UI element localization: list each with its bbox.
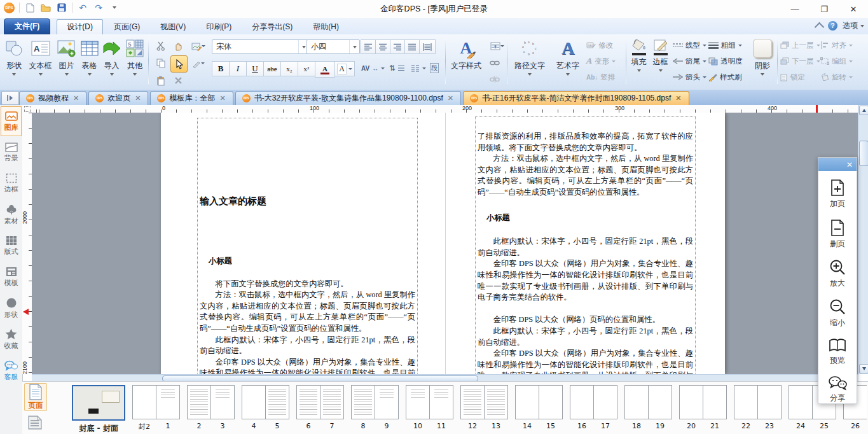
char-spacing-button[interactable]: AV ↔ [361,61,385,75]
underline-button[interactable]: U [246,61,264,76]
thickness-button[interactable]: 粗细 [708,38,742,52]
design-canvas[interactable]: 输入文章的标题 小标题 将下面文字替换成您的文章内容即可。方法：双击鼠标，选中框… [32,113,858,374]
doc-tab-welcome[interactable]: DPS 欢迎页 ✕ [88,91,148,105]
delete-page-button[interactable]: 删页 [829,219,846,249]
page-thumbnail[interactable]: 13 [484,385,508,430]
tab-close-icon[interactable]: ✕ [134,94,141,102]
page-thumbnail[interactable]: 2 [187,385,211,430]
style-brush-button[interactable]: 样式刷 [708,70,742,84]
group-objects-button[interactable]: 编组 [820,54,853,68]
page-thumbnail[interactable]: 10 [406,385,430,430]
arrow-head-button[interactable]: 箭头 [673,70,706,84]
shapes-button[interactable]: 形状 [3,36,25,87]
strikethrough-button[interactable]: abe [263,61,281,76]
align-objects-button[interactable]: 对齐 [820,38,853,52]
tab-close-icon[interactable]: ✕ [219,94,226,102]
page-thumbnail[interactable]: 15 [539,385,563,430]
page-view-button[interactable]: 页面 [24,383,47,411]
font-size-select[interactable]: 小四 [307,39,360,54]
vertical-scroll-thumb[interactable] [859,141,868,166]
page-thumbnail[interactable]: 17 [593,385,617,430]
collapse-ribbon-icon[interactable] [815,22,825,32]
vertical-scrollbar[interactable] [858,105,868,374]
text-wrap-button[interactable] [486,38,508,54]
copy-button[interactable] [153,55,169,71]
font-family-select[interactable]: 宋体 [212,39,309,54]
superscript-button[interactable]: x² [298,61,315,76]
menu-page[interactable]: 页面(G) [104,20,149,34]
sidebar-item-material[interactable]: 素材 [1,200,22,230]
page-thumbnail[interactable]: 封2 [132,385,156,431]
help-icon[interactable]: ? [828,21,837,31]
doc-tab-template-library[interactable]: DPS 模板库：全部 ✕ [150,91,233,105]
page-thumbnail[interactable]: 14 [515,385,539,430]
table-button[interactable]: 表格 [78,36,100,87]
preview-button[interactable]: 预览 [829,338,846,366]
menu-view[interactable]: 视图(V) [151,20,195,34]
picture-tool-button[interactable] [188,38,209,54]
left-page-text-frame[interactable]: 输入文章的标题 小标题 将下面文字替换成您的文章内容即可。方法：双击鼠标，选中框… [197,118,418,374]
page-thumbnail[interactable]: 23 [757,385,782,430]
page-thumbnail[interactable]: 20 [679,385,703,430]
pen-tool-button[interactable] [188,55,209,71]
page-thumbnail[interactable]: 封底 - 封面 [72,385,125,434]
page-thumbnail[interactable]: 18 [624,385,649,430]
layer-up-button[interactable]: 上一层 [780,38,820,52]
align-left-button[interactable] [361,39,376,54]
vertical-text-button[interactable]: Ab↓ 竖排 [586,70,615,84]
import-button[interactable]: 导入 [100,36,123,87]
line-spacing-button[interactable]: ⇅ [389,61,404,75]
hand-pan-button[interactable] [170,38,186,54]
rotate-button[interactable]: 旋转 [820,70,853,84]
tab-close-icon[interactable]: ✕ [72,94,79,102]
outline-view-button[interactable] [24,415,46,430]
sidebar-item-layout[interactable]: 版式 [1,231,22,261]
picture-button[interactable]: 图片 [55,36,78,87]
menu-share-export[interactable]: 分享导出(S) [242,20,302,34]
doc-tab-video-tutorial[interactable]: DPS 视频教程 ✕ [19,91,86,105]
paragraph-settings-button[interactable]: 段 [430,61,439,75]
highlight-color-button[interactable]: A [334,61,355,76]
page-thumbnail[interactable]: 9 [375,385,399,430]
sidebar-item-frame[interactable]: 边框 [1,169,22,199]
shadow-button[interactable]: 阴影 [749,36,776,87]
menu-print[interactable]: 印刷(P) [196,20,241,34]
align-center-button[interactable] [375,39,390,54]
page-thumbnail[interactable]: 22 [734,385,758,430]
menu-design[interactable]: 设计(D) [57,19,103,34]
select-cursor-button[interactable] [170,55,188,73]
panel-header[interactable]: ✕ [818,158,857,171]
zoom-in-button[interactable]: 放大 [829,259,846,289]
layer-down-button[interactable]: 下一层 [780,54,820,68]
share-button[interactable]: 分享 [828,375,847,403]
menu-help[interactable]: 帮助(H) [303,20,348,34]
link-button[interactable] [486,55,502,71]
delete-button[interactable] [170,73,186,88]
page-thumbnail[interactable]: 7 [320,385,344,430]
columns-button[interactable] [411,61,426,75]
sidebar-item-shape[interactable]: 形状 [1,293,22,323]
menu-file[interactable]: 文件(F) [4,18,50,34]
page-thumbnail[interactable]: 21 [703,385,727,430]
textbox-button[interactable]: A 文本框 [26,36,55,87]
restore-button[interactable]: ❐ [809,0,839,18]
close-icon[interactable]: ✕ [846,160,853,169]
page-thumbnail[interactable]: 8 [351,385,375,430]
page-thumbnail[interactable]: 1 [156,385,180,430]
page-thumbnail[interactable]: 12 [460,385,485,430]
page-thumbnail[interactable]: 3 [210,385,235,430]
paste-button[interactable] [153,73,169,88]
sidebar-item-service[interactable]: 客服 [1,356,22,386]
page-thumbnail[interactable]: 24 [789,385,813,430]
line-type-button[interactable]: 线型 [673,38,706,52]
align-right-button[interactable] [390,39,405,54]
bold-button[interactable]: B [212,61,230,76]
page-thumbnail[interactable]: 5 [265,385,289,430]
unlink-button[interactable] [486,71,502,87]
align-justify-button[interactable] [404,39,420,54]
page-thumbnail[interactable]: 6 [296,385,320,430]
page-spread[interactable]: 输入文章的标题 小标题 将下面文字替换成您的文章内容即可。方法：双击鼠标，选中框… [161,113,725,374]
tab-close-icon[interactable]: ✕ [447,94,454,102]
doc-tab-book-32[interactable]: DPS 书-大32开软皮平装-散文集诗集作品集190809-1100.dpsf … [235,91,461,105]
page-thumbnail[interactable]: 4 [242,385,266,430]
